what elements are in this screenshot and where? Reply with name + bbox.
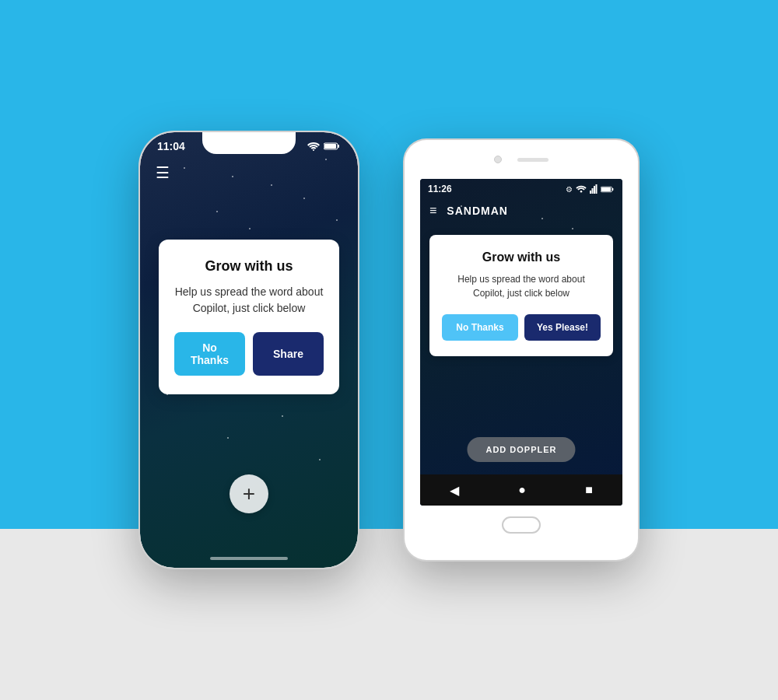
svg-rect-10 <box>601 187 611 191</box>
android-speaker <box>517 158 548 162</box>
android-screen: 11:26 ⚙ <box>420 179 622 506</box>
svg-rect-6 <box>592 188 594 194</box>
iphone-dialog-card: Grow with us Help us spread the word abo… <box>159 240 339 394</box>
android-nav-bar: ◀ ● ■ <box>420 474 622 506</box>
android-dialog-title: Grow with us <box>442 250 601 264</box>
android-add-doppler-button[interactable]: ADD DOPPLER <box>467 437 575 462</box>
svg-point-0 <box>313 149 314 151</box>
android-menu-icon[interactable]: ≡ <box>429 204 437 218</box>
phones-container: 11:04 ☰ <box>140 132 638 568</box>
android-toolbar: ≡ SANDMAN <box>420 199 622 222</box>
android-dialog-body: Help us spread the word about Copilot, j… <box>442 272 601 300</box>
iphone-dialog-title: Grow with us <box>174 258 324 275</box>
android-status-icons: ⚙ <box>566 184 615 194</box>
svg-rect-8 <box>596 184 598 194</box>
android-yes-please-button[interactable]: Yes Please! <box>524 314 601 341</box>
android-wifi-icon <box>576 185 587 193</box>
android-top <box>405 140 638 179</box>
android-home-icon[interactable]: ● <box>518 483 526 497</box>
svg-rect-2 <box>324 144 336 149</box>
iphone-time: 11:04 <box>157 140 185 152</box>
android-content: Grow with us Help us spread the word abo… <box>420 222 622 369</box>
iphone-dialog-buttons: No Thanks Share <box>174 332 324 376</box>
iphone-share-button[interactable]: Share <box>253 332 324 376</box>
svg-point-4 <box>580 191 583 193</box>
android-dialog-buttons: No Thanks Yes Please! <box>442 314 601 341</box>
android-signal-icon <box>590 184 598 194</box>
android-app-name: SANDMAN <box>447 205 508 217</box>
iphone-home-indicator <box>210 557 288 560</box>
android-camera <box>494 156 502 163</box>
svg-rect-11 <box>612 187 614 190</box>
android-bottom <box>405 506 638 544</box>
android-recent-icon[interactable]: ■ <box>585 483 593 497</box>
svg-rect-7 <box>594 186 595 194</box>
android-device: 11:26 ⚙ <box>405 140 638 560</box>
android-back-icon[interactable]: ◀ <box>450 483 459 498</box>
android-physical-home-button[interactable] <box>502 516 541 534</box>
wifi-icon <box>307 142 320 151</box>
android-status-bar: 11:26 ⚙ <box>420 179 622 199</box>
android-battery-icon <box>601 185 615 194</box>
svg-rect-5 <box>590 191 591 194</box>
iphone-fab-button[interactable]: + <box>230 474 268 513</box>
battery-icon <box>324 142 341 151</box>
iphone-device: 11:04 ☰ <box>140 132 358 568</box>
iphone-content: Grow with us Help us spread the word abo… <box>140 193 358 410</box>
iphone-toolbar: ☰ <box>140 152 358 193</box>
android-dialog-card: Grow with us Help us spread the word abo… <box>429 235 613 356</box>
iphone-no-thanks-button[interactable]: No Thanks <box>174 332 245 376</box>
iphone-dialog-body: Help us spread the word about Copilot, j… <box>174 284 324 317</box>
android-time: 11:26 <box>428 184 452 194</box>
iphone-menu-icon[interactable]: ☰ <box>156 164 170 181</box>
svg-rect-3 <box>338 145 339 148</box>
plus-icon: + <box>243 481 255 506</box>
android-no-thanks-button[interactable]: No Thanks <box>442 314 518 341</box>
android-settings-icon: ⚙ <box>566 185 573 194</box>
iphone-notch <box>202 132 296 154</box>
iphone-status-icons <box>307 142 341 151</box>
